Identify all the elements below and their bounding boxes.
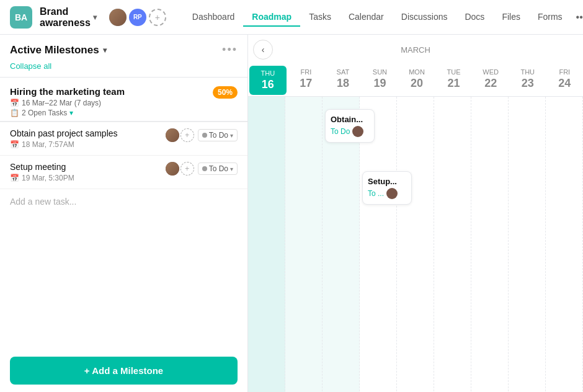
tab-forms[interactable]: Forms	[529, 8, 571, 27]
avatar-2: RP	[129, 9, 146, 26]
more-options-button[interactable]: •••	[571, 8, 583, 27]
milestone-percent-badge: 50%	[213, 86, 238, 99]
day-col-header-18: SAT18	[324, 65, 362, 96]
task-1-name: Obtain past project samples	[10, 128, 161, 138]
tasks-icon: 📋	[10, 109, 19, 117]
task-cal-icon-2: 📅	[10, 174, 19, 182]
project-chevron-icon[interactable]: ▾	[93, 13, 97, 22]
task-1-avatar-add[interactable]: +	[180, 128, 194, 142]
milestone-section: Hiring the marketing team 📅 16 Mar–22 Ma…	[0, 78, 247, 349]
tab-discussions[interactable]: Discussions	[393, 8, 456, 27]
cal-col-24	[546, 97, 583, 392]
task-1-date: 📅 18 Mar, 7:57AM	[10, 140, 161, 149]
calendar-back-button[interactable]: ‹	[253, 40, 273, 60]
cal-col-22	[471, 97, 509, 392]
task-2-avatars: +	[166, 162, 194, 176]
left-panel: Active Milestones ▾ ••• Collapse all Hir…	[0, 35, 248, 392]
status-dot	[202, 133, 207, 138]
task-cal-icon: 📅	[10, 140, 19, 149]
task-2-avatar-1	[166, 162, 179, 176]
milestone-header: Hiring the marketing team 📅 16 Mar–22 Ma…	[0, 78, 247, 121]
main-area: Active Milestones ▾ ••• Collapse all Hir…	[0, 35, 583, 392]
task-2-status-label: To Do	[209, 164, 228, 173]
milestones-chevron-icon[interactable]: ▾	[103, 46, 107, 55]
task-1-info: Obtain past project samples 📅 18 Mar, 7:…	[10, 128, 161, 149]
status-label: To Do	[331, 127, 350, 136]
add-member-button[interactable]: +	[149, 9, 166, 26]
month-label: MARCH	[273, 45, 583, 55]
status-dot-2	[202, 166, 207, 171]
task-1-status-badge[interactable]: To Do ▾	[198, 129, 238, 141]
calendar-body-grid: Obtain... To Do Setup... To ...	[248, 97, 583, 392]
milestones-header: Active Milestones ▾ •••	[0, 35, 247, 61]
tab-files[interactable]: Files	[493, 8, 529, 27]
task-1-avatar-1	[166, 128, 179, 142]
project-title: Brand awareness ▾	[40, 6, 97, 29]
tab-tasks[interactable]: Tasks	[300, 8, 340, 27]
task-row: Obtain past project samples 📅 18 Mar, 7:…	[0, 122, 247, 155]
status-label-2: To ...	[368, 189, 384, 198]
cal-col-17	[285, 97, 323, 392]
avatar-1	[109, 9, 127, 26]
cal-col-20	[397, 97, 434, 392]
day-col-header-17: FRI17	[288, 65, 325, 96]
tab-dashboard[interactable]: Dashboard	[184, 8, 244, 27]
calendar-area: THU16FRI17SAT18SUN19MON20TUE21WED22THU23…	[248, 65, 583, 392]
task-2-info: Setup meeting 📅 19 Mar, 5:30PM	[10, 162, 161, 182]
day-col-header-24: FRI24	[546, 65, 584, 96]
status-chevron-icon: ▾	[230, 132, 233, 139]
day-col-header-20: MON20	[398, 65, 435, 96]
milestones-more-button[interactable]: •••	[222, 43, 238, 56]
task-1-avatars: +	[166, 128, 194, 142]
task-2-name: Setup meeting	[10, 162, 161, 172]
collapse-all-button[interactable]: Collapse all	[0, 61, 247, 77]
app-icon: BA	[10, 6, 32, 29]
cal-col-16	[248, 97, 285, 392]
cal-col-19: Setup... To ...	[360, 97, 397, 392]
day-col-header-21: TUE21	[435, 65, 473, 96]
calendar-nav: ‹ MARCH	[248, 35, 583, 65]
status-chevron-icon-2: ▾	[230, 166, 233, 172]
day-col-header-23: THU23	[509, 65, 546, 96]
add-task-button[interactable]: Add a new task...	[0, 189, 247, 214]
milestone-name: Hiring the marketing team	[10, 86, 213, 97]
add-milestone-button[interactable]: + Add a Milestone	[10, 357, 238, 385]
tab-roadmap[interactable]: Roadmap	[243, 8, 300, 27]
task-2-status-badge[interactable]: To Do ▾	[198, 163, 238, 175]
calendar-icon: 📅	[10, 99, 19, 107]
cal-col-23	[509, 97, 546, 392]
tab-docs[interactable]: Docs	[456, 8, 493, 27]
milestone-dates: 📅 16 Mar–22 Mar (7 days)	[10, 99, 213, 107]
tasks-expand-icon[interactable]: ▾	[69, 109, 73, 117]
milestone-info: Hiring the marketing team 📅 16 Mar–22 Ma…	[10, 86, 213, 117]
avatar-group: RP +	[109, 9, 166, 26]
nav-tabs: Dashboard Roadmap Tasks Calendar Discuss…	[184, 8, 583, 27]
topbar: BA Brand awareness ▾ RP + Dashboard Road…	[0, 0, 583, 35]
task-1-right: + To Do ▾	[166, 128, 238, 142]
task-2-date: 📅 19 Mar, 5:30PM	[10, 174, 161, 182]
cal-col-18: Obtain... To Do	[323, 97, 360, 392]
day-col-header-19: SUN19	[362, 65, 399, 96]
cal-col-21	[434, 97, 471, 392]
calendar-header: THU16FRI17SAT18SUN19MON20TUE21WED22THU23…	[248, 65, 583, 97]
task-2-avatar-add[interactable]: +	[180, 162, 194, 176]
tab-calendar[interactable]: Calendar	[340, 8, 393, 27]
milestone-tasks: 📋 2 Open Tasks ▾	[10, 109, 213, 117]
task-1-status-label: To Do	[209, 131, 228, 140]
right-panel: ‹ MARCH THU16FRI17SAT18SUN19MON20TUE21WE…	[248, 35, 583, 392]
milestones-title: Active Milestones ▾	[10, 44, 107, 56]
task-row: Setup meeting 📅 19 Mar, 5:30PM + To Do ▾	[0, 155, 247, 189]
task-2-right: + To Do ▾	[166, 162, 238, 176]
day-col-header-22: WED22	[472, 65, 509, 96]
day-col-header-16: THU16	[249, 66, 287, 95]
task-card-avatar-2	[386, 188, 398, 199]
